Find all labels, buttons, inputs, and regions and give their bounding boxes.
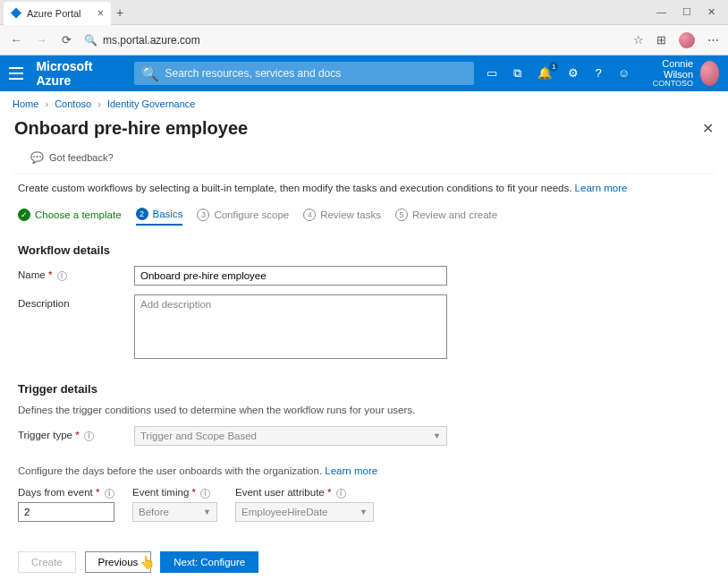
user-menu[interactable]: Connie Wilson Contoso (646, 58, 719, 89)
feedback-icon: 💬 (30, 151, 44, 164)
close-window-icon[interactable]: ✕ (707, 6, 715, 18)
info-icon[interactable]: i (336, 489, 346, 499)
cloud-shell-icon[interactable]: ▭ (487, 66, 497, 80)
portal-top-bar: Microsoft Azure 🔍 ▭ ⧉ 🔔1 ⚙ ? ☺ Connie Wi… (0, 55, 728, 91)
info-icon[interactable]: i (57, 271, 67, 281)
user-org: Contoso (646, 80, 693, 89)
breadcrumb-contoso[interactable]: Contoso (55, 98, 91, 109)
event-timing-label: Event timing (132, 487, 189, 498)
days-from-event-label: Days from event (18, 487, 93, 498)
browser-profile-avatar[interactable] (679, 32, 695, 48)
feedback-icon[interactable]: ☺ (618, 66, 630, 80)
trigger-helper-text: Defines the trigger conditions used to d… (18, 405, 710, 415)
wizard-footer: Create Previous Next: Configure (18, 551, 258, 573)
tab-title: Azure Portal (27, 8, 81, 19)
browser-tab-strip: Azure Portal × + — ☐ ✕ (0, 0, 728, 25)
minimize-icon[interactable]: — (656, 6, 666, 18)
notifications-icon[interactable]: 🔔1 (538, 66, 552, 80)
url-text: ms.portal.azure.com (103, 34, 200, 47)
favorites-icon[interactable]: ☆ (633, 33, 644, 47)
portal-brand[interactable]: Microsoft Azure (36, 59, 122, 88)
azure-favicon-icon (11, 8, 21, 19)
settings-icon[interactable]: ⚙ (568, 66, 579, 80)
hamburger-menu-icon[interactable] (9, 67, 23, 80)
breadcrumb-identity-governance[interactable]: Identity Governance (107, 98, 195, 109)
days-from-event-input[interactable] (18, 502, 114, 522)
feedback-link[interactable]: 💬 Got feedback? (14, 146, 714, 174)
chevron-down-icon: ▼ (203, 508, 211, 516)
required-indicator: * (75, 430, 79, 440)
refresh-button[interactable]: ⟳ (59, 33, 73, 47)
page-title: Onboard pre-hire employee (14, 118, 248, 139)
breadcrumb-home[interactable]: Home (13, 98, 38, 109)
chevron-down-icon: ▼ (360, 508, 368, 516)
workflow-details-heading: Workflow details (18, 243, 710, 257)
trigger-details-heading: Trigger details (18, 382, 710, 396)
collections-icon[interactable]: ⊞ (656, 33, 666, 47)
event-user-attribute-select: EmployeeHireDate ▼ (235, 502, 374, 522)
forward-button: → (34, 33, 48, 47)
step-review-tasks[interactable]: 4 Review tasks (303, 209, 381, 225)
browser-menu-icon[interactable]: ⋯ (707, 33, 719, 47)
feedback-text: Got feedback? (49, 152, 114, 163)
name-input[interactable] (134, 266, 447, 286)
required-indicator: * (191, 487, 195, 498)
directories-icon[interactable]: ⧉ (513, 66, 521, 81)
step-review-create[interactable]: 5 Review and create (395, 209, 497, 225)
portal-search[interactable]: 🔍 (134, 62, 474, 85)
content-area: Create custom workflows by selecting a b… (0, 174, 728, 531)
info-icon[interactable]: i (200, 489, 210, 499)
required-indicator: * (327, 487, 331, 498)
learn-more-link[interactable]: Learn more (325, 465, 377, 476)
search-icon: 🔍 (84, 34, 97, 47)
wizard-steps: ✓ Choose a template 2 Basics 3 Configure… (18, 208, 710, 226)
tab-close-icon[interactable]: × (97, 7, 104, 20)
close-blade-icon[interactable]: ✕ (702, 120, 714, 137)
maximize-icon[interactable]: ☐ (682, 6, 691, 18)
notification-badge: 1 (549, 62, 558, 72)
info-icon[interactable]: i (84, 431, 94, 441)
trigger-type-label: Trigger type (18, 430, 72, 440)
window-controls: — ☐ ✕ (656, 6, 728, 18)
days-helper: Configure the days before the user onboa… (18, 465, 710, 476)
previous-button[interactable]: Previous (85, 551, 152, 573)
user-name: Connie Wilson (646, 58, 693, 80)
event-timing-select: Before ▼ (132, 502, 217, 522)
search-icon: 🔍 (141, 65, 159, 82)
required-indicator: * (96, 487, 99, 498)
info-icon[interactable]: i (105, 489, 114, 499)
description-field-row: Description (18, 294, 710, 361)
portal-search-input[interactable] (165, 67, 467, 80)
help-icon[interactable]: ? (595, 66, 601, 80)
browser-tab[interactable]: Azure Portal × (4, 2, 111, 25)
trigger-type-row: Trigger type * i Trigger and Scope Based… (18, 426, 710, 446)
address-bar[interactable]: 🔍 ms.portal.azure.com (84, 34, 622, 47)
trigger-type-select: Trigger and Scope Based ▼ (134, 426, 447, 446)
event-user-attribute-label: Event user attribute (235, 487, 325, 498)
user-avatar-icon (700, 61, 719, 86)
chevron-right-icon: › (97, 98, 101, 109)
name-label: Name (18, 269, 46, 280)
breadcrumb: Home › Contoso › Identity Governance (0, 91, 728, 116)
create-button: Create (18, 551, 76, 573)
new-tab-button[interactable]: + (116, 5, 123, 20)
step-choose-template[interactable]: ✓ Choose a template (18, 209, 122, 225)
chevron-right-icon: › (45, 98, 48, 109)
intro-text: Create custom workflows by selecting a b… (18, 183, 710, 193)
learn-more-link[interactable]: Learn more (575, 183, 628, 193)
step-basics[interactable]: 2 Basics (136, 208, 183, 226)
name-field-row: Name * i (18, 266, 710, 286)
step-configure-scope[interactable]: 3 Configure scope (197, 209, 289, 225)
description-input[interactable] (134, 294, 447, 359)
page-header: Onboard pre-hire employee ✕ (0, 116, 728, 146)
next-configure-button[interactable]: Next: Configure (160, 551, 258, 573)
description-label: Description (18, 298, 70, 309)
back-button[interactable]: ← (9, 33, 23, 47)
required-indicator: * (48, 269, 52, 280)
chevron-down-icon: ▼ (433, 431, 441, 440)
browser-toolbar: ← → ⟳ 🔍 ms.portal.azure.com ☆ ⊞ ⋯ (0, 25, 728, 55)
trigger-params-row: Days from event * i Event timing * i Bef… (18, 487, 710, 522)
check-icon: ✓ (18, 209, 30, 221)
